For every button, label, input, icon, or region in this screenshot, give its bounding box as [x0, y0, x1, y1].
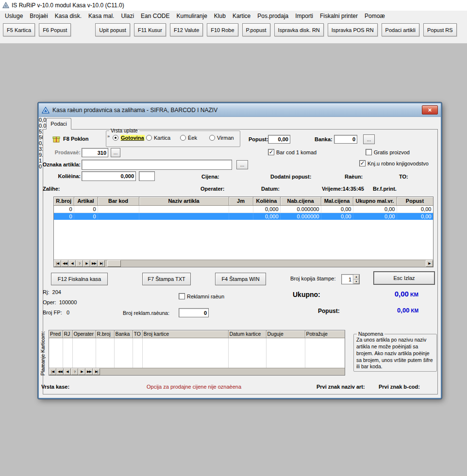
reklamni-racun-checkbox[interactable]: Reklamni raèun — [179, 293, 224, 299]
radio-kartica[interactable]: Kartica — [146, 135, 170, 141]
menu-item[interactable]: Usluge — [1, 11, 26, 21]
menu-item[interactable]: Pos.prodaja — [254, 11, 292, 21]
grid-header-cell[interactable]: Naziv artikla — [139, 197, 229, 205]
menu-item[interactable]: Klub — [211, 11, 229, 21]
grid-cell[interactable]: 0.000000 — [280, 213, 321, 220]
radio-gotovina[interactable]: Gotovina — [113, 135, 145, 141]
grid-cell[interactable]: 0,00 — [353, 213, 397, 220]
toolbar-button[interactable]: F10 Robe — [207, 23, 238, 36]
oznaka-lookup-button[interactable]: ... — [236, 160, 248, 169]
grid-header-cell[interactable]: Popust — [397, 197, 433, 205]
toolbar-button[interactable]: P.popust — [242, 23, 270, 36]
scrollbar-track[interactable] — [121, 260, 426, 267]
kartice-header-cell[interactable]: Duguje — [266, 330, 305, 338]
grid-cell[interactable]: 0,000 — [253, 205, 280, 213]
toolbar-button[interactable]: Popust RS — [423, 23, 457, 36]
grid-cell[interactable] — [98, 213, 139, 220]
grid-cell[interactable]: 0.000000 — [280, 205, 321, 213]
kartice-nav-button[interactable]: ▶▶ — [85, 368, 93, 375]
scroll-right-button[interactable]: ▶ — [426, 260, 433, 267]
grid-nav-button[interactable]: ◀◀ — [61, 260, 68, 267]
dialog-titlebar[interactable]: Kasa raèun prodavnica sa zalihama - SIFR… — [39, 103, 441, 117]
grid-cell[interactable]: 0 — [74, 213, 98, 220]
toolbar-button[interactable]: F12 Valute — [170, 23, 203, 36]
oznaka-artikla-input[interactable] — [82, 160, 232, 170]
kolicina-extra-field[interactable] — [139, 171, 155, 181]
menu-item[interactable]: Ean CODE — [137, 11, 173, 21]
knjigovodstvo-checkbox[interactable]: ✓ Knj.u robno knjigovodstvo — [359, 160, 429, 166]
radio-cek[interactable]: Èek — [180, 135, 197, 141]
grid-cell[interactable]: 0,00 — [397, 213, 433, 220]
grid-cell[interactable]: 0,00 — [321, 205, 353, 213]
kartice-header-cell[interactable]: Datum kartice — [228, 330, 266, 338]
menu-item[interactable]: Kumuliranje — [173, 11, 210, 21]
spin-down-icon[interactable]: ▼ — [353, 279, 359, 284]
kartice-header-cell[interactable]: RJ — [63, 330, 72, 338]
toolbar-button[interactable]: Ispravka POS RN — [328, 23, 378, 36]
kartice-nav-button[interactable]: |◀ — [49, 368, 56, 375]
grid-cell[interactable]: 0 — [74, 205, 98, 213]
grid-nav-button[interactable]: ▶| — [98, 260, 105, 267]
fiskalna-kasa-button[interactable]: F12 Fiskalna kasa — [51, 273, 108, 285]
grid-cell[interactable]: 0,00 — [321, 213, 353, 220]
kartice-header-cell[interactable]: TO — [133, 330, 142, 338]
scrollbar-thumb[interactable] — [107, 260, 121, 267]
kartice-header-cell[interactable]: Broj kartice — [142, 330, 228, 338]
menu-item[interactable]: Pomoæ — [361, 11, 388, 21]
grid-header-cell[interactable]: Kolièina — [253, 197, 280, 205]
grid-nav-button[interactable]: ▶ — [83, 260, 90, 267]
grid-cell[interactable]: 0,00 — [353, 205, 397, 213]
grid-header-cell[interactable]: Nab.cijena — [280, 197, 321, 205]
kartice-nav-button[interactable]: ? — [71, 368, 78, 375]
gratis-checkbox[interactable]: Gratis proizvod — [366, 149, 410, 155]
menu-item[interactable]: Ulazi — [117, 11, 137, 21]
menu-item[interactable]: Brojaèi — [26, 11, 51, 21]
grid-cell[interactable] — [229, 213, 253, 220]
banka-field[interactable]: 0 — [334, 135, 357, 144]
stampa-txt-button[interactable]: F7 Štampa TXT — [142, 273, 191, 285]
kartice-nav-button[interactable]: ▶| — [93, 368, 100, 375]
kolicina-field[interactable]: 0,000 — [82, 171, 136, 181]
prodavac-field[interactable]: 310 — [82, 148, 108, 157]
menu-item[interactable]: Fiskalni printer — [317, 11, 361, 21]
grid-cell[interactable]: 0,00 — [397, 205, 433, 213]
kartice-header-cell[interactable]: Banka — [114, 330, 133, 338]
grid-header-cell[interactable]: Ukupno mal.vr. — [353, 197, 397, 205]
grid-nav-button[interactable]: ◀ — [68, 260, 76, 267]
grid-cell[interactable] — [98, 205, 139, 213]
toolbar-button[interactable]: F5 Kartica — [3, 23, 35, 36]
kartice-header-cell[interactable]: R.broj — [96, 330, 114, 338]
broj-kopija-stepper[interactable]: 1 ▲ ▼ — [341, 274, 360, 284]
kartice-nav-button[interactable]: ▶ — [78, 368, 85, 375]
banka-lookup-button[interactable]: ... — [363, 134, 375, 144]
toolbar-button[interactable]: Podaci artikli — [382, 23, 419, 36]
spin-up-icon[interactable]: ▲ — [353, 275, 359, 279]
prodavac-lookup-button[interactable]: ... — [111, 148, 120, 157]
grid-nav-button[interactable]: |◀ — [54, 260, 61, 267]
broj-reklam-field[interactable]: 0 — [179, 308, 209, 317]
grid-cell[interactable]: 0,000 — [253, 213, 280, 220]
toolbar-button[interactable]: F11 Kusur — [134, 23, 166, 36]
menu-item[interactable]: Kasa disk. — [51, 11, 85, 21]
grid-header-cell[interactable]: Mal.cijena — [321, 197, 353, 205]
kartice-header-cell[interactable]: Potražuje — [305, 330, 345, 338]
menu-item[interactable]: Kartice — [229, 11, 254, 21]
grid-nav-button[interactable]: ? — [76, 260, 83, 267]
grid-cell[interactable] — [139, 205, 229, 213]
grid-cell[interactable]: 0 — [54, 213, 74, 220]
close-button[interactable]: × — [422, 105, 438, 115]
kartice-nav-button[interactable]: ◀ — [64, 368, 71, 375]
grid-header-cell[interactable]: Artikal — [74, 197, 98, 205]
barcod-checkbox[interactable]: ✓ Bar cod 1 komad — [268, 149, 317, 155]
esc-izlaz-button[interactable]: Esc Izlaz — [374, 272, 434, 284]
grid-header-cell[interactable]: R.broj — [54, 197, 74, 205]
toolbar-button[interactable]: Upit popust — [95, 23, 130, 36]
toolbar-button[interactable]: F6 Popust — [39, 23, 71, 36]
stampa-win-button[interactable]: F4 Štampa WIN — [215, 273, 266, 285]
grid-cell[interactable]: 0 — [54, 205, 74, 213]
grid-cell[interactable] — [229, 205, 253, 213]
toolbar-button[interactable]: Ispravka disk. RN — [274, 23, 324, 36]
grid-nav-button[interactable]: ▶▶ — [90, 260, 98, 267]
kartice-header-cell[interactable]: Operater — [72, 330, 96, 338]
grid-header-cell[interactable]: Bar kod — [98, 197, 139, 205]
